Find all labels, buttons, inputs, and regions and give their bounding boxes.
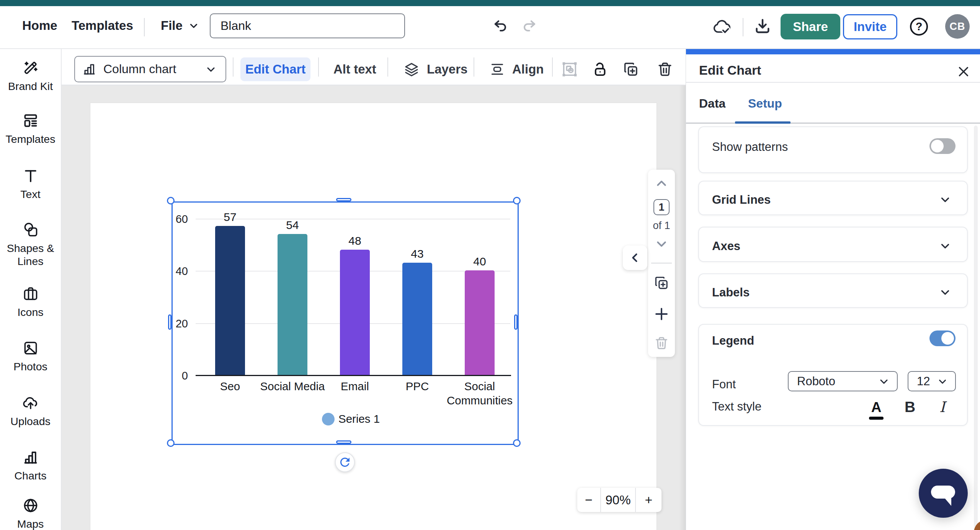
chart-y-tick-label: 60: [161, 213, 188, 225]
selection-mid-handle[interactable]: [336, 198, 351, 201]
download-button[interactable]: [753, 17, 772, 35]
font-size-select[interactable]: 12: [908, 371, 956, 391]
selection-corner-handle[interactable]: [513, 197, 521, 204]
chart-bar[interactable]: [278, 234, 307, 375]
sidebar-item-icons[interactable]: Icons: [0, 285, 61, 319]
selection-edge: [172, 202, 173, 444]
sidebar-item-photos[interactable]: Photos: [0, 340, 61, 373]
sidebar-item-uploads[interactable]: Uploads: [0, 394, 61, 428]
divider: [651, 263, 672, 263]
layers-label: Layers: [427, 62, 467, 77]
sidebar-item-text[interactable]: Text: [0, 167, 61, 201]
show-patterns-toggle[interactable]: [929, 138, 956, 154]
zoom-in-button[interactable]: +: [636, 488, 662, 512]
rotate-handle[interactable]: [335, 452, 355, 472]
duplicate-page-button[interactable]: [648, 275, 675, 291]
grid-lines-card[interactable]: Grid Lines: [698, 181, 968, 215]
panel-accent-bar: [686, 49, 980, 54]
selection-corner-handle[interactable]: [167, 197, 175, 204]
legend-series-name: Series 1: [338, 412, 380, 425]
chart-type-select[interactable]: Column chart: [74, 56, 226, 82]
tab-data[interactable]: Data: [699, 87, 725, 119]
italic-style-button[interactable]: I: [939, 399, 945, 415]
selection-corner-handle[interactable]: [167, 439, 175, 447]
chevron-down-icon: [878, 375, 890, 388]
labels-card[interactable]: Labels: [698, 273, 968, 308]
selection-mid-handle[interactable]: [514, 314, 518, 330]
underline-style-button[interactable]: A: [869, 400, 884, 420]
plus-icon: [653, 306, 670, 322]
bold-style-button[interactable]: B: [905, 399, 915, 415]
duplicate-icon: [623, 61, 639, 77]
briefcase-icon: [22, 285, 39, 302]
file-menu[interactable]: File: [161, 6, 199, 45]
share-button[interactable]: Share: [781, 14, 840, 39]
font-size-value: 12: [917, 375, 930, 388]
invite-button[interactable]: Invite: [843, 14, 897, 39]
zoom-out-button[interactable]: −: [577, 488, 601, 512]
panel-title: Edit Chart: [699, 63, 761, 78]
page-count-label: of 1: [648, 220, 675, 232]
column-chart-icon: [83, 62, 96, 76]
close-panel-button[interactable]: [957, 65, 970, 79]
selection-mid-handle[interactable]: [336, 440, 351, 444]
sidebar-item-maps[interactable]: Maps: [0, 497, 61, 530]
wand-icon: [22, 59, 39, 76]
redo-button[interactable]: [520, 16, 538, 34]
panel-scrollbar[interactable]: [974, 126, 978, 528]
nav-templates[interactable]: Templates: [72, 6, 133, 45]
toolbar-divider: [387, 57, 388, 77]
document-title-input[interactable]: [210, 13, 405, 38]
duplicate-button[interactable]: [620, 58, 642, 80]
edit-chart-button[interactable]: Edit Chart: [240, 57, 310, 81]
delete-page-button[interactable]: [648, 336, 675, 350]
avatar-initials: CB: [950, 21, 965, 33]
group-frame-button[interactable]: [559, 58, 581, 80]
sidebar-item-charts[interactable]: Charts: [0, 449, 61, 482]
chart-bar[interactable]: [215, 226, 245, 375]
underline-A-icon: A: [871, 400, 882, 414]
help-button[interactable]: ?: [910, 18, 928, 36]
unlock-button[interactable]: [589, 58, 611, 80]
chat-launcher[interactable]: [919, 469, 968, 518]
sidebar-item-brand-kit[interactable]: Brand Kit: [0, 59, 61, 93]
chart-bar[interactable]: [465, 270, 495, 375]
sidebar-item-templates[interactable]: Templates: [0, 112, 61, 146]
redo-icon: [521, 18, 537, 33]
chevron-down-icon: [188, 20, 199, 31]
context-toolbar: Column chart Edit Chart Alt text Layers …: [62, 49, 686, 85]
page-next-button[interactable]: [648, 237, 675, 251]
chart-bar[interactable]: [340, 250, 370, 375]
page-prev-button[interactable]: [648, 177, 675, 190]
trash-icon: [657, 61, 673, 77]
align-button[interactable]: Align: [490, 57, 544, 81]
delete-button[interactable]: [654, 58, 676, 80]
chart-gridline: [196, 219, 510, 219]
avatar[interactable]: CB: [945, 14, 970, 39]
alt-text-button[interactable]: Alt text: [333, 57, 376, 81]
axes-card[interactable]: Axes: [698, 227, 968, 262]
add-page-button[interactable]: [648, 306, 675, 322]
chevron-down-icon: [939, 286, 952, 299]
page-number-box[interactable]: 1: [653, 199, 670, 215]
zoom-level[interactable]: 90%: [601, 488, 636, 512]
font-select[interactable]: Roboto: [788, 371, 898, 391]
nav-home[interactable]: Home: [22, 6, 57, 45]
collapse-panel-button[interactable]: [623, 245, 647, 270]
chart-y-tick-label: 20: [161, 317, 188, 330]
toolbar-divider: [474, 57, 474, 77]
layers-button[interactable]: Layers: [404, 57, 467, 81]
cloud-check-icon: [712, 18, 732, 36]
chart-bar[interactable]: [402, 263, 432, 375]
selection-corner-handle[interactable]: [513, 439, 521, 447]
selection-mid-handle[interactable]: [168, 314, 172, 330]
cloud-sync-button[interactable]: [712, 18, 732, 36]
tab-setup[interactable]: Setup: [748, 87, 782, 119]
canvas-page[interactable]: [90, 103, 657, 530]
sidebar-item-shapes-lines[interactable]: Shapes & Lines: [0, 221, 61, 268]
legend-toggle[interactable]: [929, 330, 956, 346]
trash-icon: [654, 336, 669, 350]
undo-button[interactable]: [492, 16, 510, 34]
grid-lines-label: Grid Lines: [712, 193, 771, 207]
chart-y-tick-label: 40: [161, 265, 188, 278]
